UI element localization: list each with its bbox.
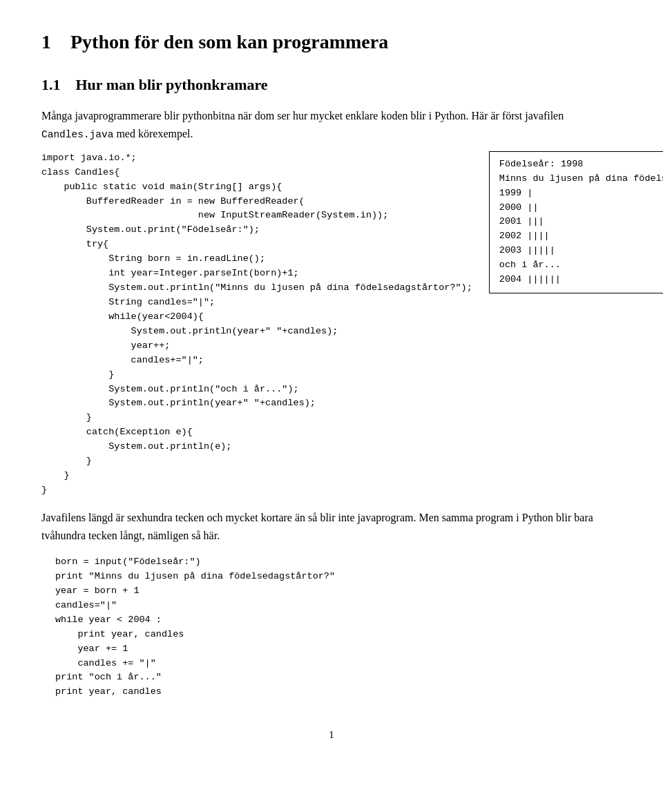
chapter-title-text: Python för den som kan programmera [70, 31, 388, 52]
java-code-and-output: import java.io.*; class Candles{ public … [41, 151, 622, 498]
java-code-block: import java.io.*; class Candles{ public … [41, 151, 472, 498]
intro-text-before: Många javaprogrammerare blir pythonbitna… [41, 110, 564, 122]
chapter-title: 1 Python för den som kan programmera [41, 28, 622, 57]
prose-paragraph: Javafilens längd är sexhundra tecken och… [41, 509, 622, 544]
page-number: 1 [41, 727, 622, 743]
section-title-text: Hur man blir pythonkramare [76, 76, 268, 93]
candles-java-filename: Candles.java [41, 129, 113, 140]
python-code-block: born = input("Födelseår:") print "Minns … [55, 555, 622, 699]
intro-text-after: med körexempel. [113, 128, 193, 139]
section-title: 1.1 Hur man blir pythonkramare [41, 73, 622, 96]
output-box: Födelseår: 1998 Minns du ljusen på dina … [489, 151, 663, 293]
section-number: 1.1 [41, 76, 61, 93]
intro-paragraph: Många javaprogrammerare blir pythonbitna… [41, 107, 622, 143]
chapter-number: 1 [41, 31, 51, 52]
